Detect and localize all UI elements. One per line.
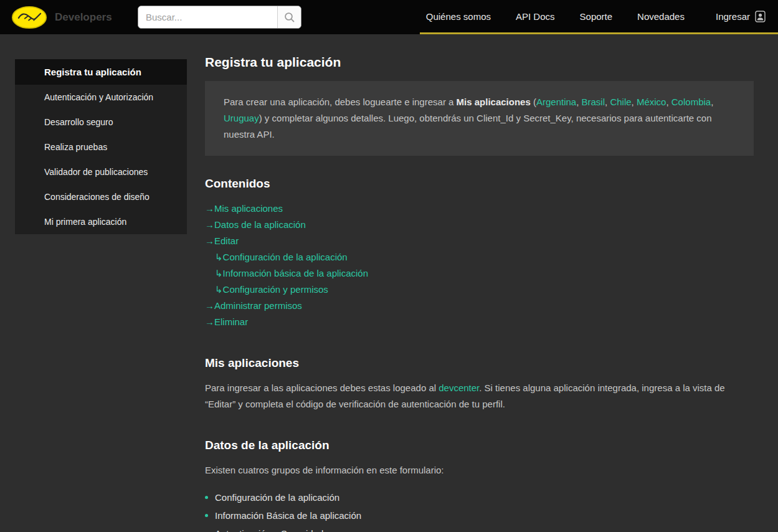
toc-link[interactable]: ↳Configuración de la aplicación (215, 252, 348, 262)
devcenter-link[interactable]: devcenter (439, 382, 479, 393)
sidebar-item-mi-primera-aplicacion[interactable]: Mi primera aplicación (15, 209, 187, 234)
mis-aplicaciones-text-pre: Para ingresar a las aplicaciones debes e… (205, 382, 439, 393)
form-group-item: Autenticación y Seguridad (205, 525, 754, 532)
mercadolibre-logo[interactable] (11, 6, 47, 29)
search-icon (284, 12, 295, 23)
search-button[interactable] (277, 6, 301, 28)
sidebar-item-consideraciones-de-diseno[interactable]: Consideraciones de diseño (15, 184, 187, 209)
toc-link[interactable]: →Editar (205, 235, 239, 246)
sidebar-item-registra-tu-aplicacion[interactable]: Registra tu aplicación (15, 59, 187, 85)
toc-item: ↳Configuración de la aplicación (205, 249, 754, 265)
toc-item: →Datos de la aplicación (205, 217, 754, 233)
toc-item: ↳Configuración y permisos (205, 282, 754, 298)
sidebar: Registra tu aplicaciónAutenticación y Au… (15, 59, 187, 234)
toc-link[interactable]: ↳Configuración y permisos (215, 284, 328, 295)
nav-item-quienes-somos[interactable]: Quiénes somos (426, 11, 491, 22)
toc-item: →Eliminar (205, 314, 754, 330)
sidebar-item-validador-de-publicaciones[interactable]: Validador de publicaciones (15, 159, 187, 184)
info-note: Para crear una aplicación, debes loguear… (205, 81, 754, 156)
mis-aplicaciones-heading: Mis aplicaciones (205, 356, 754, 370)
nav-item-novedades[interactable]: Novedades (637, 11, 685, 22)
datos-intro: Existen cuatros grupos de información en… (205, 462, 754, 478)
note-bold: Mis aplicaciones (457, 97, 531, 107)
toc-item: →Editar (205, 233, 754, 249)
toc-item: →Mis aplicaciones (205, 201, 754, 217)
nav-item-soporte[interactable]: Soporte (580, 11, 613, 22)
main-content: Registra tu aplicación Para crear una ap… (205, 55, 754, 532)
page-title: Registra tu aplicación (205, 55, 754, 70)
toc-item: ↳Información básica de la aplicación (205, 265, 754, 282)
country-link-chile[interactable]: Chile (610, 97, 631, 107)
form-group-label: Configuración de la aplicación (215, 488, 339, 506)
header-nav-wrap: Quiénes somosAPI DocsSoporteNovedades In… (420, 0, 778, 34)
form-group-item: Información Básica de la aplicación (205, 506, 754, 525)
toc-item: →Administrar permisos (205, 298, 754, 314)
nav-item-api-docs[interactable]: API Docs (516, 11, 555, 22)
contents-heading: Contenidos (205, 177, 754, 191)
login-link[interactable]: Ingresar (716, 11, 766, 22)
datos-heading: Datos de la aplicación (205, 439, 754, 452)
bullet-dot (205, 496, 208, 499)
handshake-logo-icon (11, 6, 47, 29)
sidebar-item-realiza-pruebas[interactable]: Realiza pruebas (15, 135, 187, 159)
brand-title: Developers (55, 11, 114, 24)
country-link-brasil[interactable]: Brasil (582, 97, 605, 107)
header-nav: Quiénes somosAPI DocsSoporteNovedades (426, 11, 685, 22)
note-text-post: ) y completar algunos detalles. Luego, o… (224, 113, 712, 140)
search-box (138, 6, 301, 29)
toc: →Mis aplicaciones→Datos de la aplicación… (205, 201, 754, 330)
top-header: Developers Quiénes somosAPI DocsSoporteN… (0, 0, 778, 34)
toc-link[interactable]: →Eliminar (205, 316, 248, 327)
country-link-argentina[interactable]: Argentina (536, 97, 576, 107)
toc-link[interactable]: →Datos de la aplicación (205, 219, 306, 230)
form-group-label: Autenticación y Seguridad (215, 525, 323, 532)
bullet-dot (205, 514, 208, 517)
form-group-label: Información Básica de la aplicación (215, 506, 361, 525)
form-groups-list: Configuración de la aplicaciónInformació… (205, 488, 754, 532)
toc-link[interactable]: →Administrar permisos (205, 300, 302, 311)
country-link-méxico[interactable]: México (637, 97, 667, 107)
mis-aplicaciones-paragraph: Para ingresar a las aplicaciones debes e… (205, 380, 754, 412)
toc-link[interactable]: ↳Información básica de la aplicación (215, 268, 368, 278)
toc-link[interactable]: →Mis aplicaciones (205, 203, 283, 214)
note-paren: ( (531, 97, 536, 107)
user-icon (755, 11, 766, 22)
sidebar-item-desarrollo-seguro[interactable]: Desarrollo seguro (15, 110, 187, 135)
country-link-colombia[interactable]: Colombia (671, 97, 711, 107)
login-label: Ingresar (716, 11, 750, 22)
sidebar-item-autenticacion-y-autorizacion[interactable]: Autenticación y Autorización (15, 85, 187, 110)
search-input[interactable] (138, 6, 277, 28)
country-link-uruguay[interactable]: Uruguay (224, 113, 259, 123)
note-text-pre: Para crear una aplicación, debes loguear… (224, 97, 457, 107)
form-group-item: Configuración de la aplicación (205, 488, 754, 506)
